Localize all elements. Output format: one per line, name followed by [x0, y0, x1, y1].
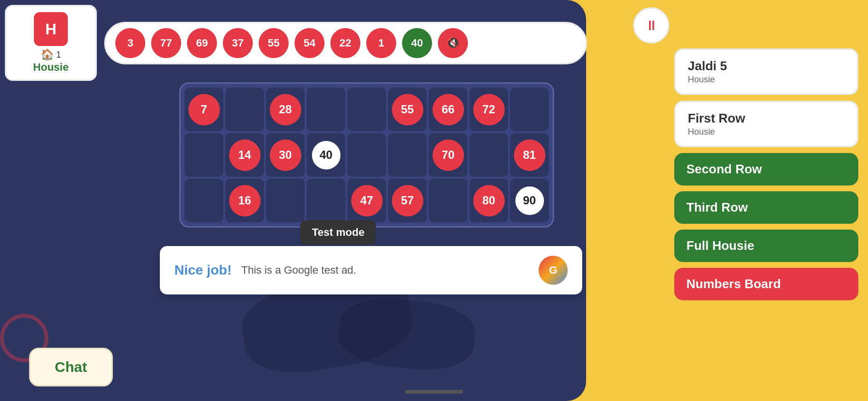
- drawn-number-5: 55: [259, 28, 289, 58]
- ticket-cell-empty: [347, 133, 386, 177]
- ticket-cell-empty: [510, 88, 549, 131]
- drawn-number-1: 3: [115, 28, 145, 58]
- ticket-cell: 90: [510, 179, 549, 222]
- pause-button[interactable]: ⏸: [633, 7, 669, 44]
- ticket-cell-empty: [469, 133, 508, 177]
- first-row-title: First Row: [688, 111, 845, 126]
- sidebar-item-third-row[interactable]: Third Row: [674, 191, 858, 224]
- cell-number: 55: [392, 94, 423, 125]
- jaldi5-title: Jaldi 5: [688, 59, 845, 74]
- cell-number: 30: [270, 139, 301, 171]
- ticket-cell: 16: [225, 179, 264, 222]
- ticket-cell-empty: [388, 133, 427, 177]
- mute-button[interactable]: 🔇: [438, 28, 468, 58]
- pause-icon: ⏸: [645, 17, 658, 33]
- cell-number: 16: [229, 185, 261, 216]
- ticket-cell: 66: [429, 88, 467, 131]
- ad-nice-job: Nice job!: [174, 262, 232, 278]
- cell-number: 66: [433, 94, 464, 125]
- housie-badge: H 🏠 1 Housie: [5, 5, 97, 81]
- ticket-cell: 28: [266, 88, 305, 131]
- sidebar-item-jaldi5[interactable]: Jaldi 5 Housie: [674, 48, 858, 95]
- numbers-board-title: Numbers Board: [686, 277, 846, 292]
- ticket-cell: 80: [469, 179, 508, 222]
- right-sidebar: Jaldi 5 Housie First Row Housie Second R…: [674, 48, 858, 300]
- sidebar-item-first-row[interactable]: First Row Housie: [674, 101, 858, 147]
- drawn-number-3: 69: [187, 28, 217, 58]
- jaldi5-sub: Housie: [688, 75, 845, 85]
- cell-number: 47: [351, 185, 383, 216]
- numbers-strip: 3 77 69 37 55 54 22 1 40 🔇: [104, 22, 587, 64]
- ad-logo: G: [539, 256, 568, 285]
- cell-number-current: 40: [310, 139, 342, 171]
- ticket-cell: 14: [225, 133, 264, 177]
- cell-number: 72: [473, 94, 505, 125]
- drawn-number-2: 77: [151, 28, 181, 58]
- ad-banner: Nice job! This is a Google test ad. G: [160, 246, 582, 294]
- ticket-cell: 57: [388, 179, 427, 222]
- top-bar: H 🏠 1 Housie 3 77 69 37 55 54 22 1 40 🔇: [5, 5, 587, 81]
- ticket-cell-empty: [429, 179, 467, 222]
- ticket-cell: 7: [185, 88, 223, 131]
- cell-number: 7: [188, 94, 220, 125]
- ticket-cell: 40: [307, 133, 345, 177]
- cell-number: 81: [514, 139, 545, 171]
- ticket-container: 7 28 55 66 72 14 30 40 70 81 16 47 57 80…: [179, 82, 554, 228]
- chat-label: Chat: [55, 359, 87, 375]
- sidebar-item-second-row[interactable]: Second Row: [674, 153, 858, 185]
- ticket-cell-empty: [185, 133, 223, 177]
- chat-button[interactable]: Chat: [29, 348, 113, 386]
- ticket-cell: 81: [510, 133, 549, 177]
- cell-number: 80: [473, 185, 505, 216]
- first-row-sub: Housie: [688, 127, 845, 137]
- ticket-cell-empty: [307, 179, 345, 222]
- drawn-number-8: 1: [366, 28, 396, 58]
- ticket-cell-empty: [347, 88, 386, 131]
- third-row-title: Third Row: [686, 200, 846, 215]
- cell-number: 70: [433, 139, 464, 171]
- full-housie-title: Full Housie: [686, 238, 846, 253]
- drawn-number-7: 22: [330, 28, 360, 58]
- cell-number: 14: [229, 139, 261, 171]
- ticket-cell-empty: [185, 179, 223, 222]
- ticket-cell: 30: [266, 133, 305, 177]
- test-mode-tooltip: Test mode: [300, 220, 376, 245]
- cell-number: 28: [270, 94, 301, 125]
- ticket-cell: 47: [347, 179, 386, 222]
- ticket-cell: 70: [429, 133, 467, 177]
- badge-count: 🏠 1: [41, 48, 61, 61]
- cell-number-current-90: 90: [514, 185, 545, 216]
- ticket-cell: 72: [469, 88, 508, 131]
- ticket-grid: 7 28 55 66 72 14 30 40 70 81 16 47 57 80…: [185, 88, 549, 222]
- housie-letter: H: [34, 12, 68, 46]
- sidebar-item-full-housie[interactable]: Full Housie: [674, 230, 858, 262]
- ticket-cell-empty: [225, 88, 264, 131]
- ad-text: This is a Google test ad.: [241, 264, 529, 277]
- cell-number: 57: [392, 185, 423, 216]
- ticket-cell: 55: [388, 88, 427, 131]
- housie-label: Housie: [33, 61, 68, 74]
- drawn-number-4: 37: [223, 28, 253, 58]
- current-number: 40: [402, 28, 432, 58]
- scroll-indicator: [405, 390, 463, 394]
- ticket-cell-empty: [266, 179, 305, 222]
- sidebar-item-numbers-board[interactable]: Numbers Board: [674, 268, 858, 300]
- drawn-number-6: 54: [294, 28, 325, 58]
- ticket-cell-empty: [307, 88, 345, 131]
- housie-count: 1: [56, 50, 61, 60]
- second-row-title: Second Row: [686, 162, 846, 177]
